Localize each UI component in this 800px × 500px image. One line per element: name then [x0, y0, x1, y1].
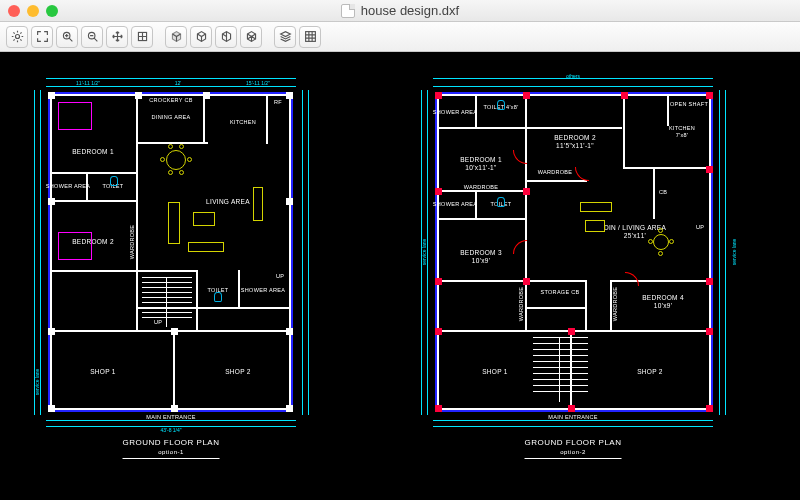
- bed-icon: [58, 102, 92, 130]
- chair-icon: [179, 170, 184, 175]
- chair-icon: [658, 228, 663, 233]
- chair-icon: [160, 157, 165, 162]
- plan-title-text: GROUND FLOOR PLAN: [123, 438, 220, 447]
- toilet-icon: [110, 176, 118, 186]
- layers-button[interactable]: [274, 26, 296, 48]
- room-label-shop2: SHOP 2: [225, 368, 251, 376]
- room-label-living: LIVING AREA: [206, 198, 250, 206]
- room-label-bedroom4: BEDROOM 4 10'x9': [642, 294, 684, 310]
- bed-icon: [58, 232, 92, 260]
- view-side-button[interactable]: [215, 26, 237, 48]
- chair-icon: [179, 144, 184, 149]
- room-label-wardrobe1: WARDROBE: [538, 169, 573, 176]
- toilet-icon: [497, 100, 505, 110]
- room-label-wardrobe4: WARDROBE: [612, 287, 619, 322]
- dimension-label: 11'-11 1/2": [76, 80, 100, 86]
- plan-subtitle-text: option-1: [123, 448, 220, 456]
- room-label-kitchen: KITCHEN 7'x8': [669, 125, 695, 138]
- svg-point-0: [15, 34, 19, 38]
- room-label-bedroom2: BEDROOM 2 11'5"x11'-1": [554, 134, 596, 150]
- stairs-icon: [533, 337, 588, 402]
- room-label-bedroom1: BEDROOM 1: [72, 148, 114, 156]
- dimension-label: 15'-11 1/2": [246, 80, 270, 86]
- zoom-in-button[interactable]: [56, 26, 78, 48]
- up-label: UP: [696, 224, 704, 231]
- window-title-text: house design.dxf: [361, 3, 459, 18]
- view-iso-button[interactable]: [240, 26, 262, 48]
- floor-plan-option-2: others service lane service lane: [415, 72, 775, 472]
- room-label-shower2: SHOWER AREA: [433, 201, 477, 208]
- room-label-shower1: SHOWER AREA: [433, 109, 477, 116]
- plan-title: GROUND FLOOR PLAN option-2: [525, 437, 622, 459]
- zoom-extents-button[interactable]: [31, 26, 53, 48]
- document-icon: [341, 4, 355, 18]
- dimension-label: service lane: [34, 369, 40, 396]
- view-front-button[interactable]: [190, 26, 212, 48]
- room-label-crockery: CROCKERY CB: [149, 97, 192, 104]
- up-label: UP: [276, 273, 284, 280]
- room-label-wardrobe: WARDROBE: [129, 225, 136, 260]
- room-label-dining: DINING AREA: [152, 114, 191, 121]
- coffee-table-icon: [585, 220, 605, 232]
- side-label: service lane: [731, 239, 737, 266]
- room-label-shop2: SHOP 2: [637, 368, 663, 376]
- room-label-bedroom1: BEDROOM 1 10'x11'-1": [460, 156, 502, 172]
- toilet-icon: [497, 197, 505, 207]
- plan-subtitle-text: option-2: [525, 448, 622, 456]
- chair-icon: [187, 157, 192, 162]
- chair-icon: [168, 170, 173, 175]
- settings-button[interactable]: [6, 26, 28, 48]
- tv-unit-icon: [253, 187, 263, 221]
- dining-table-icon: [166, 150, 186, 170]
- stairs-icon: [142, 277, 192, 327]
- chair-icon: [669, 239, 674, 244]
- pan-button[interactable]: [106, 26, 128, 48]
- dimension-label: 43'-8 1/4": [160, 427, 181, 433]
- main-entrance-label: MAIN ENTRANCE: [146, 414, 195, 421]
- svg-rect-4: [305, 32, 315, 42]
- room-label-storage: STORAGE CB: [541, 289, 580, 296]
- zoom-out-button[interactable]: [81, 26, 103, 48]
- floor-plan-option-1: 11'-11 1/2" 12' 15'-11 1/2" service lane: [28, 72, 373, 472]
- drawing-canvas[interactable]: 11'-11 1/2" 12' 15'-11 1/2" service lane: [0, 52, 800, 500]
- home-view-button[interactable]: [131, 26, 153, 48]
- dimension-label: 12': [175, 80, 182, 86]
- room-label-shower2: SHOWER AREA: [241, 287, 285, 294]
- titlebar: house design.dxf: [0, 0, 800, 22]
- room-label-shop1: SHOP 1: [90, 368, 116, 376]
- main-entrance-label: MAIN ENTRANCE: [548, 414, 597, 421]
- room-label-shower1: SHOWER AREA: [46, 183, 90, 190]
- chair-icon: [168, 144, 173, 149]
- room-label-cb: CB: [659, 189, 667, 196]
- side-label: service lane: [421, 239, 427, 266]
- sofa-icon: [168, 202, 180, 244]
- sofa-icon: [188, 242, 224, 252]
- plan-title: GROUND FLOOR PLAN option-1: [123, 437, 220, 459]
- coffee-table-icon: [193, 212, 215, 226]
- toilet-icon: [214, 292, 222, 302]
- view-top-button[interactable]: [165, 26, 187, 48]
- grid-button[interactable]: [299, 26, 321, 48]
- toolbar: [0, 22, 800, 52]
- room-label-rf: RF: [274, 99, 282, 106]
- room-label-kitchen: KITCHEN: [230, 119, 256, 126]
- chair-icon: [658, 251, 663, 256]
- room-label-openshaft: OPEN SHAFT: [670, 101, 708, 108]
- dining-table-icon: [653, 234, 669, 250]
- sofa-icon: [580, 202, 612, 212]
- plan-title-text: GROUND FLOOR PLAN: [525, 438, 622, 447]
- room-label-wardrobe3: WARDROBE: [518, 287, 525, 322]
- room-label-wardrobe2: WARDROBE: [464, 184, 499, 191]
- window-title: house design.dxf: [0, 3, 800, 18]
- chair-icon: [648, 239, 653, 244]
- room-label-shop1: SHOP 1: [482, 368, 508, 376]
- room-label-bedroom3: BEDROOM 3 10'x9': [460, 249, 502, 265]
- top-label: others: [566, 73, 580, 79]
